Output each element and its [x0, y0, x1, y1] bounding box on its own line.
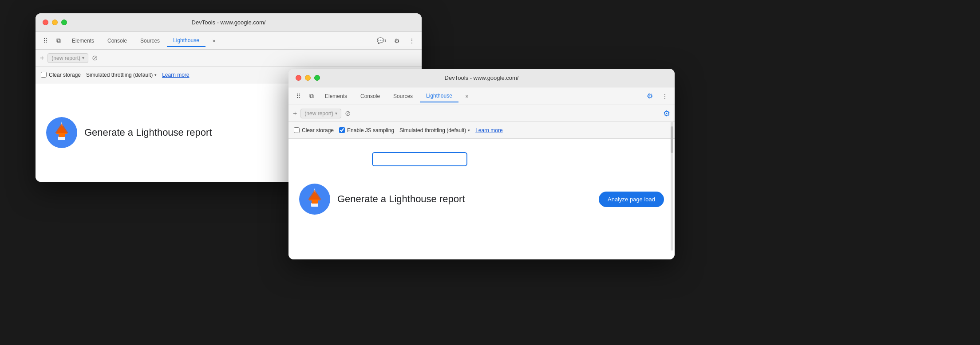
close-button-back[interactable] — [43, 20, 48, 25]
traffic-lights-back — [43, 20, 67, 25]
toolbar-right-front: ⚙ ⋮ — [644, 90, 671, 102]
select-icon-back[interactable]: ⠿ — [39, 35, 51, 47]
learn-more-link-back[interactable]: Learn more — [162, 72, 189, 78]
report-selector-back[interactable]: (new report) ▾ — [47, 53, 88, 63]
svg-rect-10 — [311, 203, 318, 207]
svg-rect-12 — [312, 199, 318, 204]
clear-storage-checkbox-front[interactable] — [294, 127, 300, 133]
throttling-arrow-icon-front: ▾ — [468, 128, 470, 133]
tab-toolbar-front: ⠿ ⧉ Elements Console Sources Lighthouse … — [288, 87, 675, 105]
more-icon-back[interactable]: ⋮ — [406, 35, 418, 47]
minimize-button-back[interactable] — [52, 20, 58, 25]
window-title-front: DevTools - www.google.com/ — [445, 74, 519, 81]
report-arrow-icon-front: ▾ — [335, 111, 337, 116]
enable-js-sampling-checkbox[interactable] — [339, 127, 345, 133]
tab-toolbar-back: ⠿ ⧉ Elements Console Sources Lighthouse … — [36, 32, 422, 50]
tab-console-front[interactable]: Console — [354, 90, 386, 102]
add-report-icon-front[interactable]: + — [293, 110, 297, 118]
report-selector-front[interactable]: (new report) ▾ — [300, 109, 341, 118]
titlebar-back: DevTools - www.google.com/ — [36, 13, 422, 32]
throttling-arrow-icon-back: ▾ — [154, 73, 157, 77]
throttling-select-back[interactable]: Simulated throttling (default) ▾ — [86, 72, 157, 78]
learn-more-link-front[interactable]: Learn more — [475, 127, 502, 133]
settings-icon-front[interactable]: ⚙ — [644, 90, 656, 102]
report-bar-front: + (new report) ▾ ⊘ ⚙ — [288, 105, 675, 122]
clear-storage-option-front[interactable]: Clear storage — [294, 127, 334, 133]
report-arrow-icon-back: ▾ — [82, 55, 84, 60]
cancel-report-icon-front[interactable]: ⊘ — [345, 109, 351, 118]
more-icon-front[interactable]: ⋮ — [659, 90, 671, 102]
device-icon-front[interactable]: ⧉ — [305, 90, 318, 102]
cancel-report-icon-back[interactable]: ⊘ — [92, 54, 98, 62]
options-bar-front: Clear storage Enable JS sampling Simulat… — [288, 122, 675, 139]
chat-icon-back[interactable]: 💬1 — [375, 35, 388, 47]
main-content-front: Generate a Lighthouse report Analyze pag… — [288, 139, 675, 259]
lighthouse-logo-back — [46, 117, 77, 148]
gear-icon-back[interactable]: ⚙ — [391, 35, 403, 47]
tab-lighthouse-back[interactable]: Lighthouse — [167, 35, 205, 47]
enable-js-sampling-option[interactable]: Enable JS sampling — [339, 127, 394, 133]
tab-sources-front[interactable]: Sources — [387, 90, 419, 102]
select-icon-front[interactable]: ⠿ — [292, 90, 304, 102]
tab-elements-front[interactable]: Elements — [319, 90, 353, 102]
minimize-button-front[interactable] — [305, 75, 311, 81]
traffic-lights-front — [296, 75, 320, 81]
maximize-button-front[interactable] — [314, 75, 320, 81]
maximize-button-back[interactable] — [61, 20, 67, 25]
analyze-page-load-button[interactable]: Analyze page load — [599, 192, 664, 207]
tab-more-back[interactable]: » — [206, 35, 222, 47]
throttling-select-front[interactable]: Simulated throttling (default) ▾ — [399, 127, 470, 133]
scrollbar-front[interactable] — [671, 122, 673, 251]
lighthouse-logo-front — [299, 184, 330, 215]
close-button-front[interactable] — [296, 75, 301, 81]
devtools-window-front: DevTools - www.google.com/ ⠿ ⧉ Elements … — [288, 69, 675, 259]
tab-elements-back[interactable]: Elements — [66, 35, 100, 47]
svg-rect-6 — [59, 133, 65, 137]
titlebar-front: DevTools - www.google.com/ — [288, 69, 675, 87]
report-bar-back: + (new report) ▾ ⊘ — [36, 50, 422, 67]
tab-more-front[interactable]: » — [459, 90, 475, 102]
tab-console-back[interactable]: Console — [101, 35, 133, 47]
generate-title-front: Generate a Lighthouse report — [337, 193, 465, 205]
clear-storage-option-back[interactable]: Clear storage — [41, 72, 81, 78]
svg-rect-4 — [58, 137, 65, 140]
tab-lighthouse-front[interactable]: Lighthouse — [420, 90, 458, 102]
toolbar-right-back: 💬1 ⚙ ⋮ — [375, 35, 418, 47]
tab-sources-back[interactable]: Sources — [134, 35, 166, 47]
add-report-icon-back[interactable]: + — [40, 54, 44, 62]
scrollbar-thumb-front — [671, 126, 673, 153]
generate-title-back: Generate a Lighthouse report — [84, 127, 212, 138]
blue-settings-icon-front[interactable]: ⚙ — [663, 109, 670, 118]
device-icon-back[interactable]: ⧉ — [52, 35, 65, 47]
window-title-back: DevTools - www.google.com/ — [192, 19, 266, 26]
clear-storage-checkbox-back[interactable] — [41, 72, 47, 78]
